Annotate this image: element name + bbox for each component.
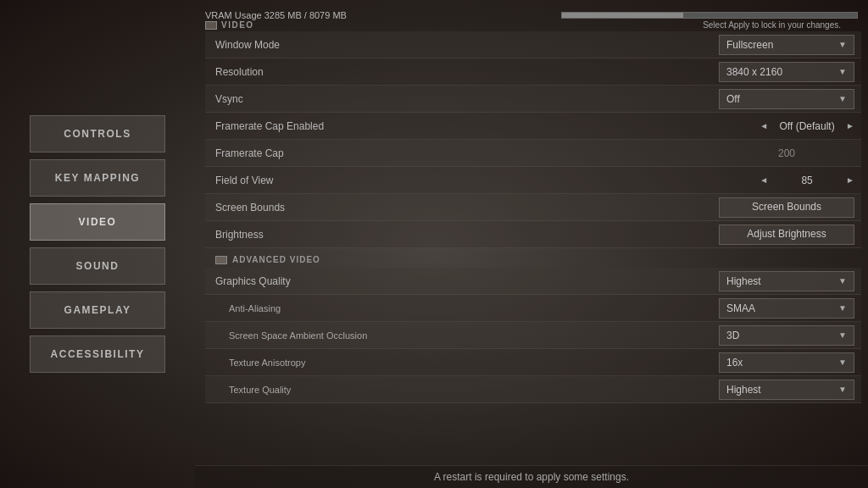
- btn-brightness[interactable]: Adjust Brightness: [719, 225, 854, 245]
- setting-row-framerate-cap: Framerate Cap200: [205, 140, 861, 167]
- setting-control: Fullscreen▼: [688, 35, 858, 55]
- sidebar-btn-sound[interactable]: SOUND: [30, 247, 165, 285]
- video-section-icon: [205, 21, 217, 30]
- setting-control: Screen Bounds: [688, 197, 858, 218]
- dropdown-vsync[interactable]: Off▼: [719, 89, 854, 109]
- top-bar: VRAM Usage 3285 MB / 8079 MB: [195, 7, 868, 20]
- chevron-down-icon: ▼: [838, 303, 847, 313]
- setting-row-resolution: Resolution3840 x 2160▼: [205, 58, 861, 86]
- setting-row-screen-space-ambient-occlusion: Screen Space Ambient Occlusion3D▼: [205, 322, 861, 349]
- footer: A restart is required to apply some sett…: [195, 465, 868, 488]
- dropdown-texture-anisotropy[interactable]: 16x▼: [719, 352, 854, 373]
- select-apply-hint: Select Apply to lock in your changes.: [703, 20, 854, 30]
- setting-row-brightness: BrightnessAdjust Brightness: [205, 221, 861, 248]
- setting-control: ◄Off (Default)►: [688, 120, 858, 132]
- setting-control: SMAA▼: [688, 298, 858, 319]
- btn-screen-bounds[interactable]: Screen Bounds: [719, 197, 854, 218]
- chevron-down-icon: ▼: [838, 94, 847, 103]
- setting-row-texture-quality: Texture QualityHighest▼: [205, 376, 861, 403]
- setting-label: Graphics Quality: [209, 275, 688, 287]
- advanced-video-settings-group: Graphics QualityHighest▼Anti-AliasingSMA…: [205, 268, 861, 403]
- advanced-video-header: ADVANCED VIDEO: [205, 252, 861, 268]
- chevron-down-icon: ▼: [838, 358, 847, 367]
- setting-row-texture-anisotropy: Texture Anisotropy16x▼: [205, 349, 861, 376]
- settings-panel: Window ModeFullscreen▼Resolution3840 x 2…: [195, 31, 868, 465]
- vram-bar-track: [561, 12, 858, 19]
- advanced-video-icon: [215, 256, 227, 264]
- setting-label: Vsync: [209, 93, 688, 105]
- chevron-down-icon: ▼: [838, 276, 847, 286]
- setting-label: Brightness: [209, 229, 688, 241]
- setting-control: Adjust Brightness: [688, 225, 858, 245]
- sidebar-btn-controls[interactable]: CONTROLS: [30, 115, 165, 152]
- setting-row-anti-aliasing: Anti-AliasingSMAA▼: [205, 295, 861, 322]
- setting-row-field-of-view: Field of View◄85►: [205, 167, 861, 194]
- setting-control: Highest▼: [688, 271, 858, 291]
- video-settings-group: Window ModeFullscreen▼Resolution3840 x 2…: [205, 31, 861, 248]
- chevron-down-icon: ▼: [838, 40, 847, 49]
- main-content: VRAM Usage 3285 MB / 8079 MB VIDEO Selec…: [195, 0, 868, 488]
- dropdown-texture-quality[interactable]: Highest▼: [719, 380, 854, 400]
- setting-control: ◄85►: [688, 175, 858, 186]
- setting-label: Anti-Aliasing: [222, 303, 688, 313]
- sidebar-btn-gameplay[interactable]: GAMEPLAY: [30, 291, 165, 329]
- setting-control: Off▼: [688, 89, 858, 109]
- setting-label: Framerate Cap: [209, 147, 688, 159]
- video-section-header: VIDEO: [221, 20, 254, 30]
- setting-control: 3D▼: [688, 325, 858, 346]
- setting-row-framerate-cap-enabled: Framerate Cap Enabled◄Off (Default)►: [205, 113, 861, 140]
- chevron-down-icon: ▼: [838, 385, 847, 394]
- setting-label: Screen Space Ambient Occlusion: [222, 330, 688, 341]
- setting-label: Field of View: [209, 175, 688, 186]
- setting-row-screen-bounds: Screen BoundsScreen Bounds: [205, 194, 861, 221]
- setting-label: Framerate Cap Enabled: [209, 120, 688, 132]
- vram-bar-fill: [562, 13, 683, 18]
- setting-row-graphics-quality: Graphics QualityHighest▼: [205, 268, 861, 295]
- setting-control: 200: [688, 147, 858, 159]
- chevron-down-icon: ▼: [838, 67, 847, 76]
- setting-label: Screen Bounds: [209, 202, 688, 214]
- setting-label: Resolution: [209, 66, 688, 78]
- setting-control: Highest▼: [688, 380, 858, 400]
- arrow-left-icon[interactable]: ◄: [760, 175, 768, 185]
- setting-control: 3840 x 2160▼: [688, 62, 858, 82]
- sidebar-btn-key-mapping[interactable]: KEY MAPPING: [30, 159, 165, 197]
- arrow-right-icon[interactable]: ►: [846, 175, 854, 185]
- arrow-left-icon[interactable]: ◄: [760, 121, 768, 130]
- setting-row-window-mode: Window ModeFullscreen▼: [205, 31, 861, 58]
- setting-row-vsync: VsyncOff▼: [205, 86, 861, 113]
- dropdown-resolution[interactable]: 3840 x 2160▼: [719, 62, 854, 82]
- setting-label: Texture Quality: [222, 385, 688, 395]
- dropdown-screen-space-ambient[interactable]: 3D▼: [719, 325, 854, 346]
- sidebar: CONTROLSKEY MAPPINGVIDEOSOUNDGAMEPLAYACC…: [0, 0, 195, 488]
- chevron-down-icon: ▼: [838, 330, 847, 340]
- footer-text: A restart is required to apply some sett…: [434, 471, 629, 483]
- setting-label: Window Mode: [209, 39, 688, 51]
- arrow-right-icon[interactable]: ►: [846, 121, 854, 130]
- vram-label: VRAM Usage 3285 MB / 8079 MB: [205, 10, 347, 20]
- sidebar-btn-video[interactable]: VIDEO: [30, 203, 165, 241]
- setting-label: Texture Anisotropy: [222, 358, 688, 368]
- dropdown-window-mode[interactable]: Fullscreen▼: [719, 35, 854, 55]
- sidebar-btn-accessibility[interactable]: ACCESSIBILITY: [30, 336, 165, 373]
- setting-control: 16x▼: [688, 352, 858, 373]
- dropdown-graphics-quality[interactable]: Highest▼: [719, 271, 854, 291]
- dropdown-anti-aliasing[interactable]: SMAA▼: [719, 298, 854, 319]
